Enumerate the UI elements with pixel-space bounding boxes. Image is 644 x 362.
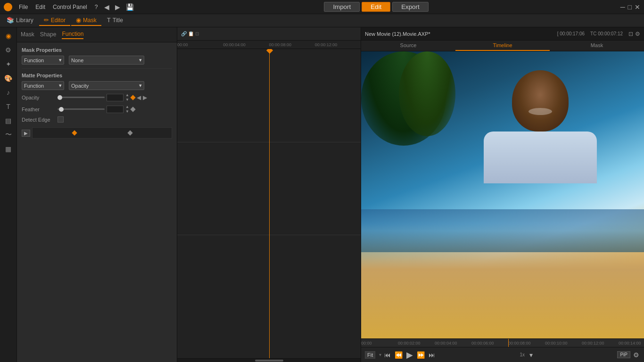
feather-keyframe-diamond[interactable] [130, 107, 135, 112]
mask-timeline-area: 🔗 📋 ⊡ 00:00 00:00:04:00 00:00:08:00 00:0… [177, 27, 361, 362]
edit-btn[interactable]: Edit [362, 2, 390, 12]
opacity-slider[interactable] [58, 97, 105, 98]
ruler-mark-4: 00:00:04:00 [223, 42, 246, 47]
ruler-mark-12: 00:00:12:00 [315, 42, 338, 47]
preview-extra-btn[interactable]: ⚙ [632, 351, 640, 359]
preview-ruler-playhead [508, 339, 509, 347]
mask-none-select[interactable]: None ▾ [69, 56, 144, 65]
main-area: ◉ ⚙ ✦ 🎨 ♪ T ▤ 〜 ▦ Mask Shape Function Ma… [0, 27, 644, 362]
mask-playhead [269, 49, 270, 358]
mask-type-row: Function ▾ None ▾ [22, 56, 172, 65]
nav-forward-btn[interactable]: ▶ [113, 3, 122, 11]
layers-tool-btn[interactable]: ▤ [2, 114, 15, 127]
preview-tab-source[interactable]: Source [361, 41, 455, 51]
preview-timecode-left: [ 00:00:17:06 [557, 31, 585, 36]
feather-spinner: ▲ ▼ [125, 105, 129, 114]
next-frame-btn[interactable]: ⏭ [428, 351, 436, 359]
matte-type-select[interactable]: Function ▾ [22, 81, 64, 90]
app-icon [4, 3, 12, 11]
nav-back-btn[interactable]: ◀ [102, 3, 111, 11]
feather-up[interactable]: ▲ [125, 105, 129, 109]
mask-tool-btn[interactable]: ◉ [2, 29, 15, 42]
menu-edit[interactable]: Edit [33, 4, 48, 10]
top-center-nav: Import Edit Export [324, 2, 428, 12]
kf-diamond-2[interactable] [127, 131, 132, 136]
step-back-btn[interactable]: ⏪ [394, 351, 404, 359]
preview-tab-timeline[interactable]: Timeline [455, 41, 550, 51]
mask-subtab-mask[interactable]: Mask [21, 31, 34, 39]
separator-1 [22, 68, 172, 69]
mask-subtab-shape[interactable]: Shape [40, 31, 57, 39]
play-btn[interactable]: ▶ [405, 350, 414, 360]
menu-control-panel[interactable]: Control Panel [50, 4, 90, 10]
help-icon[interactable]: ? [92, 4, 101, 10]
nav-save-btn[interactable]: 💾 [124, 3, 136, 11]
minimize-btn[interactable]: ─ [620, 3, 625, 11]
opacity-keyframe-diamond[interactable] [130, 95, 135, 100]
preview-tab-mask[interactable]: Mask [550, 41, 644, 51]
preview-subtabs: Source Timeline Mask [361, 41, 644, 51]
preview-ruler-inner: 00:00 00:00:02:00 00:00:04:00 00:00:06:0… [361, 339, 644, 347]
tab-mask[interactable]: ◉ Mask [71, 15, 101, 26]
tab-editor[interactable]: ✏ Editor [39, 15, 70, 26]
tab-title[interactable]: T Title [102, 15, 128, 26]
preview-top-bar: New Movie (12).Movie.AXP* [ 00:00:17:06 … [361, 27, 644, 41]
window-controls: ─ □ ✕ [620, 3, 640, 11]
settings-tool-btn[interactable]: ⚙ [2, 43, 15, 57]
color-tool-btn[interactable]: 🎨 [2, 72, 15, 85]
fit-select[interactable]: Fit [365, 351, 375, 359]
matte-props-title: Matte Properties [22, 73, 172, 78]
opacity-kf-next[interactable]: ▶ [143, 94, 147, 101]
mask-timeline-content [177, 49, 361, 358]
mask-tl-scrollbar-thumb [255, 360, 283, 362]
effects-tool-btn[interactable]: ✦ [2, 58, 15, 71]
menu-file[interactable]: File [16, 4, 31, 10]
opacity-value[interactable]: 0 [107, 94, 124, 101]
feather-down[interactable]: ▼ [125, 109, 129, 114]
feather-slider[interactable] [58, 108, 105, 110]
matte-opacity-select[interactable]: Opacity ▾ [69, 81, 144, 90]
opacity-kf-prev[interactable]: ◀ [137, 94, 141, 101]
export-btn[interactable]: Export [392, 2, 429, 12]
panel-tabs: 📚 Library ✏ Editor ◉ Mask T Title [0, 14, 644, 27]
speed-label: 1x [520, 352, 525, 357]
text-tool-btn[interactable]: T [2, 100, 15, 113]
preview-settings-btn[interactable]: ⚙ [635, 31, 640, 37]
opacity-slider-container: 0 ▲ ▼ ◀ ▶ [58, 93, 172, 102]
preview-popout-btn[interactable]: ⊡ [628, 31, 633, 37]
preview-ruler: 00:00 00:00:02:00 00:00:04:00 00:00:06:0… [361, 338, 644, 347]
feather-row: Feather 3 ▲ ▼ [22, 105, 172, 114]
audio-tool-btn[interactable]: ♪ [2, 86, 15, 99]
library-icon: 📚 [7, 16, 14, 24]
person-overlay [474, 66, 606, 183]
pip-badge[interactable]: PiP [617, 351, 630, 358]
mask-tl-scrollbar[interactable] [177, 358, 361, 362]
data-tool-btn[interactable]: ▦ [2, 142, 15, 156]
speed-btn[interactable]: ▾ [528, 351, 534, 359]
opacity-down[interactable]: ▼ [125, 98, 129, 102]
close-btn[interactable]: ✕ [635, 3, 640, 11]
mask-editor-content: Mask Properties Function ▾ None ▾ Matte … [17, 42, 177, 362]
mask-type-select[interactable]: Function ▾ [22, 56, 64, 65]
step-fwd-btn[interactable]: ⏩ [416, 351, 426, 359]
maximize-btn[interactable]: □ [628, 3, 632, 11]
preview-panel: New Movie (12).Movie.AXP* [ 00:00:17:06 … [361, 27, 644, 362]
opacity-up[interactable]: ▲ [125, 93, 129, 98]
preview-timecode-right: TC 00:00:07:12 [590, 31, 623, 36]
kf-diamond-1[interactable] [72, 131, 77, 136]
mask-timeline-ruler: 00:00 00:00:04:00 00:00:08:00 00:00:12:0… [177, 41, 361, 49]
prev-frame-btn[interactable]: ⏮ [383, 351, 392, 359]
keyframe-area [32, 127, 172, 139]
tab-library[interactable]: 📚 Library [2, 15, 38, 26]
detect-edge-checkbox[interactable] [58, 116, 64, 123]
mask-subtab-function[interactable]: Function [62, 31, 83, 39]
kf-play-btn[interactable]: ▶ [22, 130, 30, 137]
feather-value[interactable]: 3 [107, 106, 124, 113]
curve-tool-btn[interactable]: 〜 [2, 128, 15, 141]
import-btn[interactable]: Import [324, 2, 360, 12]
opacity-spinner: ▲ ▼ [125, 93, 129, 102]
title-icon: T [107, 16, 111, 24]
feather-label: Feather [22, 107, 55, 112]
video-background [361, 51, 644, 338]
keyframe-row: ▶ [22, 127, 172, 139]
